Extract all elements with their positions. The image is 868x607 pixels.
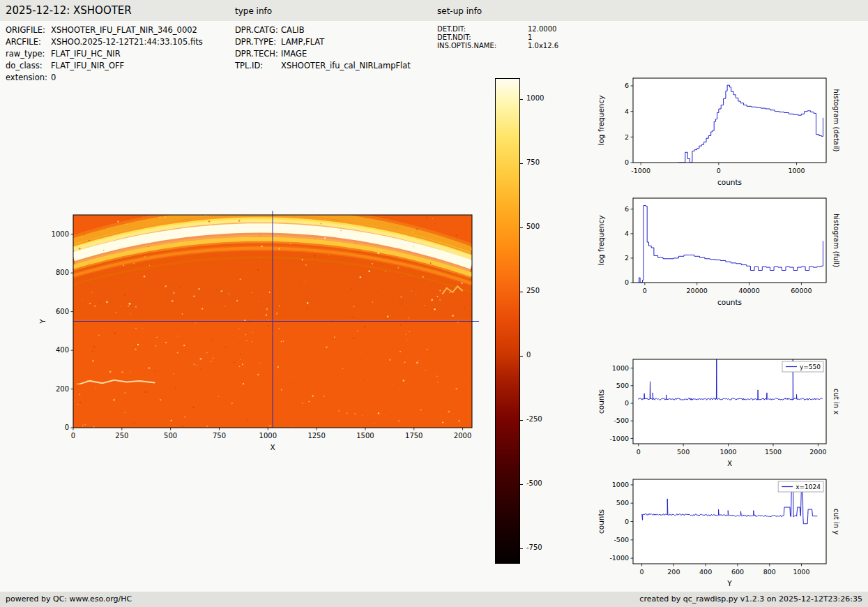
x-tick-label: 600 — [731, 568, 744, 576]
x-axis-label: counts — [717, 178, 742, 186]
cut_in_x-chart: 0500100015002000-1000-50005001000Xcounts… — [597, 354, 844, 470]
x-tick-label: 1250 — [307, 432, 325, 440]
x-tick-label: 0 — [640, 568, 644, 576]
x-axis-label: X — [270, 443, 275, 451]
colorbar-tick — [520, 484, 523, 485]
y-axis-label: counts — [597, 389, 605, 414]
colorbar-gradient — [495, 78, 520, 564]
x-tick-label: 2000 — [809, 448, 826, 456]
x-tick-label: 1000 — [719, 448, 736, 456]
x-tick-label: 500 — [677, 448, 690, 456]
x-axis-label: X — [727, 459, 732, 467]
y-tick-label: 1000 — [612, 364, 629, 372]
y-tick-label: 4 — [625, 230, 629, 237]
histogram_full-chart: 02000040000600000246countslog frequencyh… — [597, 193, 844, 309]
colorbar-tick-label: 750 — [526, 158, 540, 166]
x-tick-label: 1000 — [788, 167, 805, 174]
colorbar-tick — [520, 420, 523, 421]
right-axis-label: histogram (full) — [832, 213, 840, 267]
x-tick-label: 800 — [763, 568, 776, 576]
histogram_detail-chart: -1000010000246countslog frequencyhistogr… — [597, 73, 844, 189]
footer-right-text: created by qc_rawdisp.py v1.2.3 on 2025-… — [639, 594, 862, 604]
colorbar-tick — [520, 292, 523, 292]
y-tick-label: 600 — [56, 308, 69, 315]
x-tick-label: 750 — [213, 432, 226, 440]
x-axis-label: counts — [717, 298, 742, 306]
x-tick-label: 1000 — [259, 432, 277, 440]
x-tick-label: 0 — [717, 167, 721, 174]
x-tick-label: -1000 — [631, 167, 650, 174]
y-tick-label: 0 — [65, 424, 69, 431]
cut_in_y-chart: 02004006008001000-1000-50005001000Ycount… — [597, 474, 844, 590]
x-tick-label: 20000 — [687, 287, 708, 294]
y-tick-label: 2 — [625, 133, 629, 141]
y-tick-label: 1000 — [612, 481, 629, 488]
right-axis-label: histogram (detail) — [832, 89, 840, 152]
colorbar-tick-label: 250 — [526, 287, 540, 294]
plot-background — [633, 78, 826, 163]
y-axis-label: log frequency — [597, 215, 605, 265]
y-tick-label: -1000 — [609, 435, 629, 442]
colorbar-tick-label: -750 — [526, 544, 542, 551]
y-tick-label: 500 — [616, 499, 629, 507]
right-axis-label: cut in x — [832, 389, 840, 414]
y-tick-label: 0 — [625, 278, 629, 286]
legend-label: y=550 — [800, 364, 821, 370]
x-tick-label: 0 — [637, 448, 641, 456]
y-tick-label: -500 — [614, 536, 629, 544]
colorbar-tick — [520, 227, 523, 228]
plots-area: 10007505002500-250-500-750 0250500750100… — [0, 0, 868, 607]
y-tick-label: -1000 — [609, 554, 629, 562]
x-tick-label: 2000 — [454, 432, 471, 440]
y-tick-label: 0 — [625, 399, 629, 407]
x-tick-label: 1500 — [356, 432, 374, 440]
x-tick-label: 200 — [667, 568, 680, 576]
y-tick-label: 400 — [56, 346, 69, 354]
colorbar-tick-label: 0 — [526, 351, 531, 359]
x-tick-label: 40000 — [738, 287, 759, 294]
y-axis-label: Y — [38, 319, 47, 324]
colorbar-tick-label: 500 — [526, 223, 540, 230]
y-tick-label: 1000 — [52, 230, 69, 238]
y-tick-label: 200 — [56, 385, 69, 393]
x-tick-label: 1500 — [765, 448, 782, 456]
raw_image-chart: 0250500750100012501500175020000200400600… — [38, 205, 485, 464]
y-tick-label: 2 — [625, 254, 629, 262]
x-tick-label: 60000 — [791, 287, 812, 294]
y-tick-label: 0 — [625, 518, 629, 525]
qc-report-page: 2025-12-12: XSHOOTER type info set-up in… — [0, 0, 868, 607]
footer-bar: powered by QC: www.eso.org/HC created by… — [0, 592, 868, 607]
x-tick-label: 1000 — [793, 568, 809, 576]
colorbar-tick-label: 1000 — [526, 94, 544, 102]
legend-label: x=1024 — [795, 484, 821, 490]
colorbar-tick-label: -250 — [526, 415, 542, 423]
colorbar-tick — [520, 548, 523, 549]
footer-left-text: powered by QC: www.eso.org/HC — [6, 594, 132, 604]
x-tick-label: 0 — [71, 432, 75, 440]
x-tick-label: 250 — [115, 432, 128, 440]
y-tick-label: 6 — [625, 82, 629, 89]
x-tick-label: 0 — [643, 287, 647, 294]
x-tick-label: 1750 — [405, 432, 422, 440]
colorbar-tick — [520, 356, 523, 357]
right-axis-label: cut in y — [832, 509, 840, 534]
y-tick-label: 800 — [56, 269, 69, 276]
colorbar-tick — [520, 99, 523, 100]
x-tick-label: 500 — [164, 432, 177, 440]
y-axis-label: log frequency — [597, 95, 605, 145]
y-tick-label: 4 — [625, 107, 629, 115]
x-tick-label: 400 — [699, 568, 712, 576]
x-axis-label: Y — [726, 579, 732, 587]
colorbar-tick-label: -500 — [526, 479, 542, 487]
y-axis-label: counts — [597, 509, 605, 534]
y-tick-label: 0 — [625, 158, 629, 166]
colorbar-tick — [520, 163, 523, 164]
colorbar: 10007505002500-250-500-750 — [495, 78, 520, 564]
y-tick-label: -500 — [614, 417, 629, 424]
y-tick-label: 6 — [625, 205, 629, 213]
y-tick-label: 500 — [616, 382, 629, 389]
